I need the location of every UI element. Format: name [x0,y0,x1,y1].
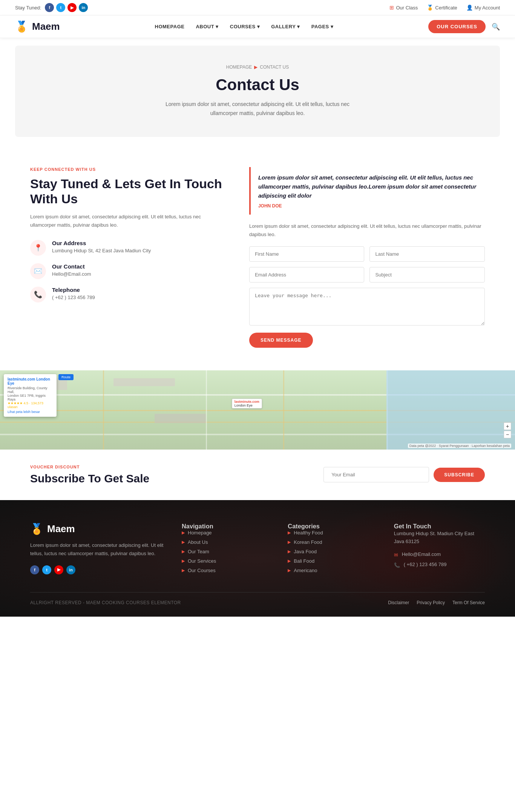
footer-facebook-icon[interactable]: f [30,565,39,574]
certificate-link[interactable]: 🏅 Certificate [427,5,457,11]
footer-nav-about[interactable]: ▶ About Us [182,539,273,545]
our-courses-button[interactable]: OUR COURSES [428,20,486,33]
facebook-icon[interactable]: f [45,3,54,12]
footer-brand-col: 🏅 Maem Lorem ipsum dolor sit amet, conse… [30,523,167,577]
footer-phone-icon: 📞 [394,562,400,568]
footer-privacy-link[interactable]: Privacy Policy [417,600,445,605]
contact-tag: KEEP CONNECTED WITH US [30,167,227,172]
contact-small-desc: Lorem ipsum dolor sit amet, consectetur … [249,222,485,239]
top-bar-left: Stay Tuned: f t ▶ in [15,3,88,12]
contact-heading: Stay Tuned & Lets Get In Touch With Us [30,176,227,207]
footer-contact-title: Get In Touch [394,523,485,530]
quote-author: JOHN DOE [258,203,477,209]
youtube-icon[interactable]: ▶ [67,3,77,12]
footer-contact-col: Get In Touch Lumbung Hidup St. Madiun Ci… [394,523,485,577]
grid-icon: ⊞ [389,5,394,11]
footer-twitter-icon[interactable]: t [42,565,51,574]
my-account-link[interactable]: 👤 My Account [466,5,500,11]
logo[interactable]: 🏅 Maem [15,20,60,33]
footer-cat-bali[interactable]: ▶ Bali Food [288,558,379,564]
footer-cat-americano[interactable]: ▶ Americano [288,568,379,573]
quote-text: Lorem ipsum dolor sit amet, consectetur … [258,173,477,200]
road-v1 [103,370,104,450]
map-label: lastminute.comLondon Eye [232,399,262,408]
last-name-input[interactable] [369,246,485,262]
phone-icon: 📞 [30,287,46,302]
breadcrumb-separator: ▶ [254,64,258,70]
subscribe-right: SUBSCRIBE [323,467,485,482]
telephone-info: 📞 Telephone ( +62 ) 123 456 789 [30,287,227,302]
map-route-button[interactable]: Route [58,374,74,380]
contact-text: Our Contact Hello@Email.com [52,263,91,277]
footer-youtube-icon[interactable]: ▶ [54,565,63,574]
footer-mail-icon: ✉ [394,552,398,558]
road-v2 [206,370,207,450]
page-title: Contact Us [30,76,485,94]
footer-nav-services[interactable]: ▶ Our Services [182,558,273,564]
subscribe-button[interactable]: SUBSCRIBE [434,468,485,482]
contact-left: KEEP CONNECTED WITH US Stay Tuned & Lets… [30,167,227,310]
address-info: 📍 Our Address Lumbung Hidup St, 42 East … [30,240,227,256]
arrow-icon: ▶ [182,540,185,545]
arrow-icon: ▶ [288,549,291,554]
top-bar: Stay Tuned: f t ▶ in ⊞ Our Class 🏅 Certi… [0,0,515,15]
footer-cat-healthy[interactable]: ▶ Healthy Food [288,530,379,536]
footer-links: Disclaimer Privacy Policy Term Of Servic… [388,600,485,605]
nav-actions: OUR COURSES 🔍 [428,20,500,33]
subject-input[interactable] [369,267,485,282]
message-textarea[interactable] [249,288,485,325]
footer-nav-courses[interactable]: ▶ Our Courses [182,568,273,573]
contact-info: ✉️ Our Contact Hello@Email.com [30,263,227,279]
footer-nav-title: Navigation [182,523,273,530]
footer-categories-title: Categories [288,523,379,530]
twitter-icon[interactable]: t [56,3,65,12]
footer-cat-korean[interactable]: ▶ Korean Food [288,539,379,545]
form-email-row [249,267,485,282]
map-info-box: lastminute.com London Eye Riverside Buil… [4,374,57,417]
footer-nav-col: Navigation ▶ Homepage ▶ About Us ▶ Our T… [182,523,273,577]
map-zoom-out[interactable]: − [504,431,511,438]
arrow-icon: ▶ [288,540,291,545]
logo-icon: 🏅 [15,20,28,33]
nav-courses[interactable]: COURSES ▾ [230,24,260,29]
email-input[interactable] [249,267,365,282]
breadcrumb-home[interactable]: HOMEPAGE [226,64,252,70]
map-credit: Data peta @2022 · Syarat Penggunaan · La… [408,444,511,448]
footer-linkedin-icon[interactable]: in [66,565,75,574]
nav-about[interactable]: ABOUT ▾ [196,24,218,29]
footer-terms-link[interactable]: Term Of Service [452,600,485,605]
subscribe-email-input[interactable] [323,467,429,482]
nav-links: HOMEPAGE ABOUT ▾ COURSES ▾ GALLERY ▾ PAG… [155,24,334,29]
page-subtitle: Lorem ipsum dolor sit amet, consectetur … [163,100,352,118]
footer-cat-java[interactable]: ▶ Java Food [288,549,379,554]
search-icon[interactable]: 🔍 [492,23,500,31]
our-class-link[interactable]: ⊞ Our Class [389,5,418,11]
top-bar-right: ⊞ Our Class 🏅 Certificate 👤 My Account [389,5,500,11]
navbar: 🏅 Maem HOMEPAGE ABOUT ▾ COURSES ▾ GALLER… [0,15,515,38]
footer-nav-team[interactable]: ▶ Our Team [182,549,273,554]
contact-description: Lorem ipsum dolor sit amet, consectetur … [30,213,227,229]
map-info-title: lastminute.com London Eye [8,377,53,385]
linkedin-icon[interactable]: in [79,3,88,12]
map-zoom-in[interactable]: + [504,422,511,430]
form-name-row [249,246,485,262]
urban-block-3 [155,414,206,423]
arrow-icon: ▶ [182,549,185,554]
send-message-button[interactable]: SEND MESSAGE [249,333,313,348]
footer-nav-homepage[interactable]: ▶ Homepage [182,530,273,536]
map-expand-link[interactable]: Lihat peta lebih besar [8,410,53,414]
nav-pages[interactable]: PAGES ▾ [311,24,334,29]
nav-homepage[interactable]: HOMEPAGE [155,24,185,29]
road-v3 [283,370,284,450]
nav-gallery[interactable]: GALLERY ▾ [271,24,300,29]
map-stars: ★★★★★ 4.5 · 134,573 ulasan [8,401,53,409]
first-name-input[interactable] [249,246,365,262]
footer-logo-icon: 🏅 [30,523,43,535]
urban-block-2 [113,378,175,386]
social-icons: f t ▶ in [45,3,88,12]
subscribe-section: VOUCHER DISCOUNT Subscribe To Get Sale S… [0,450,515,500]
arrow-icon: ▶ [288,568,291,573]
footer-disclaimer-link[interactable]: Disclaimer [388,600,409,605]
stay-tuned-label: Stay Tuned: [15,5,41,11]
arrow-icon: ▶ [182,568,185,573]
